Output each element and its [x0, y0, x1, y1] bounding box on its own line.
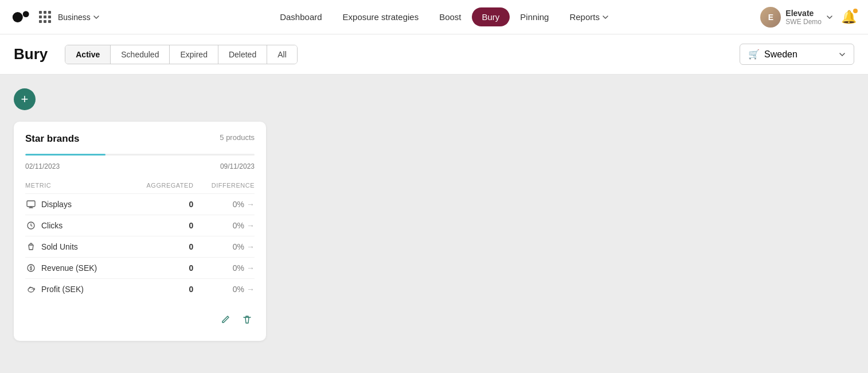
- date-end: 09/11/2023: [220, 162, 255, 170]
- nav-link-boost[interactable]: Boost: [429, 7, 471, 26]
- tab-deleted[interactable]: Deleted: [218, 45, 267, 64]
- user-name: Elevate: [785, 9, 822, 18]
- nav-right: E Elevate SWE Demo 🔔: [760, 7, 857, 28]
- tab-expired[interactable]: Expired: [170, 45, 218, 64]
- region-dropdown[interactable]: 🛒 Sweden: [740, 44, 854, 65]
- svg-point-0: [13, 12, 23, 22]
- business-chevron-icon: [93, 14, 100, 21]
- cursor-icon: [25, 221, 37, 230]
- card-products: 5 products: [220, 133, 255, 142]
- arrow-icon: →: [247, 242, 255, 251]
- add-button[interactable]: +: [14, 88, 36, 110]
- card-actions: [25, 308, 255, 329]
- dollar-icon: [25, 263, 37, 273]
- col-aggregated: Aggregated: [127, 180, 193, 194]
- table-row: Displays 0 0% →: [25, 194, 255, 215]
- arrow-icon: →: [247, 221, 255, 230]
- bury-card: Star brands 5 products 02/11/2023 09/11/…: [14, 122, 266, 341]
- card-title: Star brands: [25, 133, 79, 145]
- arrow-icon: →: [247, 200, 255, 209]
- progress-bar-container: [25, 154, 255, 156]
- monitor-icon: [25, 200, 37, 209]
- edit-button[interactable]: [218, 312, 233, 329]
- shop-icon: 🛒: [748, 49, 760, 60]
- svg-rect-2: [27, 201, 35, 207]
- notification-badge: [853, 9, 858, 13]
- region-chevron-icon: [839, 51, 846, 58]
- user-sub: SWE Demo: [785, 18, 822, 26]
- card-header: Star brands 5 products: [25, 133, 255, 145]
- col-difference: Difference: [193, 180, 255, 194]
- notifications-button[interactable]: 🔔: [841, 10, 857, 25]
- top-navigation: Business Dashboard Exposure strategies B…: [0, 0, 868, 34]
- piggy-icon: [25, 285, 37, 294]
- date-start: 02/11/2023: [25, 162, 60, 170]
- metric-revenue: Revenue (SEK): [25, 263, 127, 273]
- table-row: Revenue (SEK) 0 0% →: [25, 258, 255, 279]
- reports-chevron-icon: [602, 14, 609, 21]
- arrow-icon: →: [247, 285, 255, 294]
- svg-point-6: [32, 289, 32, 290]
- avatar: E: [760, 7, 781, 28]
- nav-link-bury[interactable]: Bury: [472, 7, 510, 26]
- metrics-table: Metric Aggregated Difference Displays: [25, 180, 255, 300]
- user-chevron-icon: [826, 14, 833, 21]
- grid-icon[interactable]: [39, 11, 51, 23]
- sub-header: Bury Active Scheduled Expired Deleted Al…: [0, 34, 868, 75]
- metric-profit: Profit (SEK): [25, 285, 127, 294]
- user-profile[interactable]: E Elevate SWE Demo: [760, 7, 833, 28]
- progress-bar: [25, 154, 105, 156]
- nav-link-exposure[interactable]: Exposure strategies: [333, 7, 429, 26]
- arrow-icon: →: [247, 263, 255, 273]
- nav-link-dashboard[interactable]: Dashboard: [269, 7, 332, 26]
- region-label: Sweden: [764, 49, 797, 60]
- app-logo: [11, 7, 32, 28]
- main-content: + Star brands 5 products 02/11/2023 09/1…: [0, 75, 868, 373]
- logo-area: Business: [11, 7, 117, 28]
- metric-clicks: Clicks: [25, 221, 127, 230]
- metric-sold-units: Sold Units: [25, 242, 127, 251]
- user-text: Elevate SWE Demo: [785, 9, 822, 26]
- tab-all[interactable]: All: [267, 45, 297, 64]
- tab-scheduled[interactable]: Scheduled: [111, 45, 170, 64]
- nav-links: Dashboard Exposure strategies Boost Bury…: [128, 7, 761, 26]
- tab-active[interactable]: Active: [65, 45, 111, 64]
- table-row: Sold Units 0 0% →: [25, 236, 255, 258]
- metric-displays: Displays: [25, 200, 127, 209]
- table-row: Clicks 0 0% →: [25, 215, 255, 236]
- page-title: Bury: [14, 45, 48, 63]
- table-row: Profit (SEK) 0 0% →: [25, 279, 255, 300]
- tab-group: Active Scheduled Expired Deleted All: [65, 45, 298, 64]
- delete-button[interactable]: [240, 312, 255, 329]
- nav-link-reports[interactable]: Reports: [559, 7, 619, 26]
- business-dropdown[interactable]: Business: [58, 13, 100, 22]
- card-dates: 02/11/2023 09/11/2023: [25, 162, 255, 170]
- nav-link-pinning[interactable]: Pinning: [510, 7, 559, 26]
- svg-point-1: [23, 11, 29, 17]
- bag-icon: [25, 242, 37, 251]
- col-metric: Metric: [25, 180, 127, 194]
